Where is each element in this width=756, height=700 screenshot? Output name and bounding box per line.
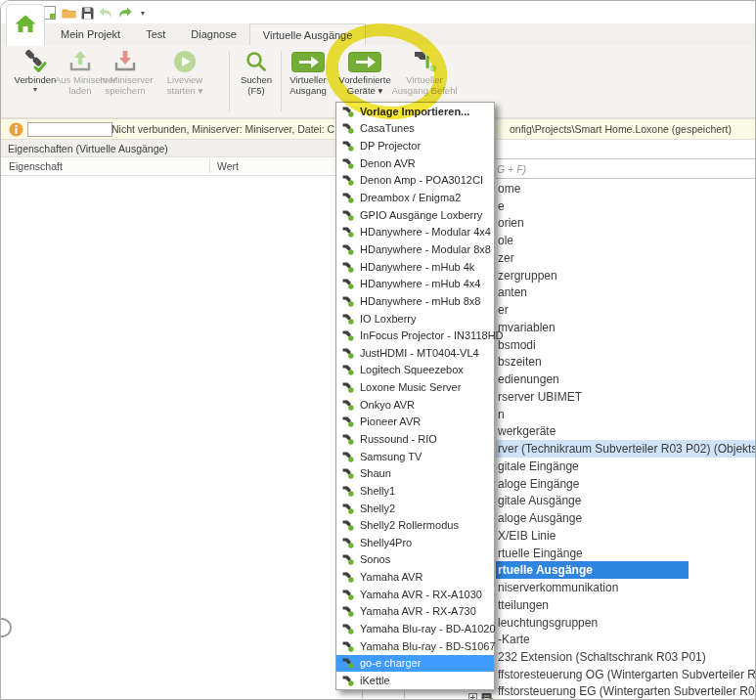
- tree-item[interactable]: zer: [496, 249, 755, 267]
- tree-item[interactable]: -Karte: [496, 631, 755, 648]
- menu-item[interactable]: go-e charger: [336, 655, 494, 673]
- menu-item[interactable]: Vorlage Importieren...: [336, 103, 494, 120]
- menu-item[interactable]: Denon AVR: [336, 154, 494, 172]
- tree-item[interactable]: e: [496, 197, 755, 215]
- save-to-miniserver-button[interactable]: In Miniserver speichern: [100, 46, 151, 116]
- column-wert[interactable]: Wert: [217, 157, 239, 175]
- chevron-down-icon: ▾: [10, 86, 61, 94]
- menu-item[interactable]: Yamaha AVR - RX-A730: [336, 603, 494, 621]
- tree-item[interactable]: tteilungen: [496, 596, 755, 614]
- virtual-output-button[interactable]: Virtueller Ausgang: [285, 46, 332, 116]
- menu-item[interactable]: HDanywhere - mHub 4k: [336, 258, 494, 276]
- menu-item[interactable]: Shelly2 Rollermodus: [336, 516, 494, 534]
- toolbar-options-caret-icon[interactable]: ▾: [135, 5, 151, 21]
- menu-item[interactable]: Yamaha AVR - RX-A1030: [336, 586, 494, 603]
- tree-item[interactable]: 232 Extension (Schaltschrank R03 P01): [496, 648, 755, 666]
- column-divider[interactable]: [209, 159, 210, 173]
- menu-item-label: Yamaha Blu-ray - BD-S1067: [360, 640, 496, 652]
- column-eigenschaft[interactable]: Eigenschaft: [9, 157, 63, 175]
- tab-test[interactable]: Test: [133, 23, 178, 45]
- menu-item-label: HDanywhere - mHub 4x4: [360, 278, 481, 289]
- tree-item[interactable]: rver (Technikraum Subverteiler R03 P02) …: [496, 440, 755, 458]
- tree-item[interactable]: zergruppen: [496, 267, 755, 284]
- tab-virtuelle-ausg-nge[interactable]: Virtuelle Ausgänge: [249, 23, 367, 45]
- tree-item[interactable]: werkgeräte: [496, 422, 755, 440]
- tab-mein-projekt[interactable]: Mein Projekt: [48, 23, 133, 45]
- load-from-miniserver-button[interactable]: Aus Miniserver laden: [55, 46, 106, 116]
- tree-item[interactable]: rtuelle Ausgänge: [496, 561, 689, 579]
- menu-item[interactable]: Dreambox / Enigma2: [336, 189, 494, 206]
- tree-item[interactable]: leuchtungsgruppen: [496, 614, 755, 632]
- virtual-output-icon: [342, 640, 354, 652]
- menu-item[interactable]: iKettle: [336, 672, 494, 689]
- menu-item[interactable]: Shelly4Pro: [336, 534, 494, 551]
- menu-item[interactable]: Shelly1: [336, 482, 494, 500]
- tree-item[interactable]: mvariablen: [496, 319, 755, 336]
- tree-item[interactable]: n: [496, 406, 755, 423]
- menu-item-label: Dreambox / Enigma2: [360, 192, 461, 203]
- status-text: Nicht verbunden, Miniserver: Miniserver,…: [111, 123, 336, 135]
- tab-diagnose[interactable]: Diagnose: [178, 23, 248, 45]
- search-button[interactable]: Suchen (F5): [234, 46, 279, 116]
- menu-item[interactable]: Sonos: [336, 551, 494, 569]
- liveview-start-button[interactable]: Liveview starten ▾: [156, 46, 213, 116]
- menu-item[interactable]: Shaun: [336, 464, 494, 482]
- menu-item[interactable]: Yamaha Blu-ray - BD-S1067: [336, 637, 494, 655]
- menu-item[interactable]: CasaTunes: [336, 120, 494, 138]
- tree-item[interactable]: X/EIB Linie: [496, 527, 755, 545]
- tree-item-label: orien: [496, 216, 524, 230]
- status-filter-input[interactable]: [27, 122, 112, 137]
- tree-item[interactable]: ome: [496, 180, 755, 197]
- menu-item[interactable]: Loxone Music Server: [336, 378, 494, 396]
- menu-item[interactable]: InFocus Projector - IN3118HD: [336, 327, 494, 344]
- tree-item[interactable]: ffstoresteuerung OG (Wintergarten Subver…: [496, 666, 755, 683]
- menu-item[interactable]: Pioneer AVR: [336, 414, 494, 431]
- menu-item[interactable]: DP Projector: [336, 137, 494, 154]
- open-folder-icon[interactable]: [61, 5, 76, 21]
- menu-item[interactable]: Shelly2: [336, 500, 494, 517]
- undo-icon[interactable]: [98, 5, 113, 21]
- menu-item-label: Russound - RIO: [360, 433, 437, 445]
- menu-item[interactable]: GPIO Ausgänge Loxberry: [336, 206, 494, 224]
- menu-item[interactable]: HDanywhere - Modular 4x4: [336, 223, 494, 241]
- tree-item-label: aloge Ausgänge: [496, 511, 582, 525]
- menu-item[interactable]: IO Loxberry: [336, 310, 494, 328]
- save-icon[interactable]: [79, 5, 95, 21]
- virtual-output-icon: [342, 140, 354, 152]
- menu-item[interactable]: HDanywhere - mHub 4x4: [336, 275, 494, 292]
- virtual-output-icon: [342, 106, 354, 117]
- tree-item[interactable]: ffstorsteuerung EG (Wintergarten Subvert…: [496, 682, 755, 700]
- menu-item[interactable]: HDanywhere - Modular 8x8: [336, 241, 494, 258]
- menu-item[interactable]: Samsung TV: [336, 448, 494, 465]
- tree-item[interactable]: rtuelle Eingänge: [496, 545, 755, 562]
- tree-search-input[interactable]: G + F): [496, 158, 756, 179]
- home-button[interactable]: [6, 4, 45, 46]
- tree-item[interactable]: gitale Eingänge: [496, 458, 755, 475]
- menu-item[interactable]: Yamaha Blu-ray - BD-A1020: [336, 620, 494, 637]
- tree-item[interactable]: anten: [496, 284, 755, 301]
- tree-item-label: anten: [496, 285, 527, 299]
- tree-item[interactable]: ole: [496, 232, 755, 249]
- menu-item[interactable]: Logitech Squeezebox: [336, 362, 494, 379]
- connect-button[interactable]: Verbinden ▾: [10, 46, 61, 116]
- tree-item[interactable]: er: [496, 301, 755, 319]
- menu-item[interactable]: Yamaha AVR: [336, 568, 494, 586]
- tree-item[interactable]: edienungen: [496, 371, 755, 388]
- menu-item[interactable]: Denon Amp - POA3012CI: [336, 172, 494, 190]
- menu-item[interactable]: Onkyo AVR: [336, 396, 494, 414]
- tree-item[interactable]: aloge Ausgänge: [496, 509, 755, 527]
- menu-item-label: Logitech Squeezebox: [360, 364, 464, 375]
- tree-item[interactable]: orien: [496, 214, 755, 232]
- tree-item[interactable]: gitale Ausgänge: [496, 492, 755, 509]
- menu-item[interactable]: JustHDMI - MT0404-VL4: [336, 344, 494, 362]
- redo-icon[interactable]: [116, 5, 132, 21]
- tree-item[interactable]: niserverkommunikation: [496, 579, 755, 596]
- save-download-icon: [100, 48, 151, 75]
- menu-item[interactable]: HDanywhere - mHub 8x8: [336, 292, 494, 310]
- menu-item[interactable]: Russound - RIO: [336, 430, 494, 448]
- tree-item[interactable]: bszeiten: [496, 353, 755, 371]
- tree-item[interactable]: bsmodi: [496, 336, 755, 354]
- tree-item[interactable]: aloge Eingänge: [496, 475, 755, 493]
- predefined-devices-label-line1: Vordefinierte: [334, 75, 396, 86]
- tree-item[interactable]: rserver UBIMET: [496, 388, 755, 406]
